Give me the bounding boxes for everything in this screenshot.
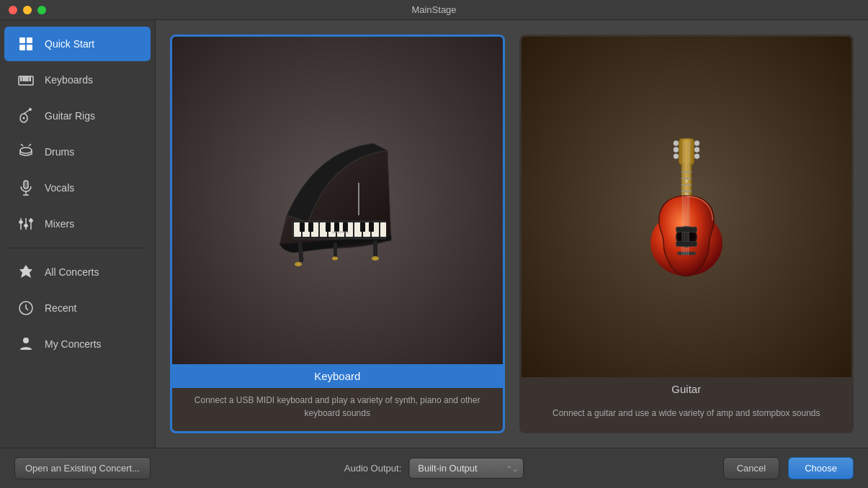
svg-rect-7	[27, 76, 29, 81]
keyboard-card-label: Keyboard	[172, 364, 503, 388]
svg-rect-45	[360, 222, 365, 232]
sidebar: Quick Start Keyboards	[0, 20, 156, 448]
svg-rect-9	[24, 76, 27, 81]
svg-point-69	[685, 179, 688, 182]
sidebar-item-mixers[interactable]: Mixers	[4, 207, 151, 241]
svg-rect-3	[27, 45, 32, 50]
svg-rect-8	[30, 76, 32, 81]
svg-rect-1	[27, 37, 32, 43]
sidebar-item-vocals[interactable]: Vocals	[4, 171, 151, 205]
all-concerts-icon	[16, 262, 36, 282]
my-concerts-icon	[16, 334, 36, 354]
sidebar-label-quick-start: Quick Start	[45, 38, 94, 50]
svg-rect-42	[326, 222, 331, 232]
keyboard-card[interactable]: MAINSTAGE Keyboard Connect a USB MIDI ke…	[170, 35, 505, 433]
keyboards-icon	[16, 70, 36, 90]
maximize-button[interactable]	[37, 6, 46, 14]
svg-point-50	[295, 262, 302, 266]
svg-rect-41	[308, 222, 313, 232]
sidebar-label-all-concerts: All Concerts	[45, 266, 99, 278]
svg-point-57	[674, 147, 679, 152]
sidebar-label-mixers: Mixers	[45, 218, 74, 230]
minimize-button[interactable]	[23, 6, 32, 14]
svg-line-15	[21, 144, 23, 146]
cancel-button[interactable]: Cancel	[723, 457, 779, 479]
content-area: MAINSTAGE Keyboard Connect a USB MIDI ke…	[156, 20, 868, 448]
svg-point-58	[674, 153, 679, 158]
guitar-card-label: Guitar	[522, 377, 852, 401]
titlebar: MainStage	[0, 0, 868, 20]
guitar-rigs-icon	[16, 106, 36, 126]
drums-icon	[16, 142, 36, 162]
cards-grid: MAINSTAGE Keyboard Connect a USB MIDI ke…	[170, 35, 854, 433]
sidebar-divider	[7, 248, 148, 248]
sidebar-item-keyboards[interactable]: Keyboards	[4, 63, 151, 97]
sidebar-item-my-concerts[interactable]: My Concerts	[4, 327, 151, 361]
sidebar-label-guitar-rigs: Guitar Rigs	[45, 110, 95, 122]
svg-rect-2	[19, 45, 25, 50]
svg-point-51	[372, 256, 379, 261]
svg-rect-24	[24, 225, 27, 227]
open-concert-button[interactable]: Open an Existing Concert...	[14, 457, 151, 479]
guitar-card-image	[522, 37, 852, 377]
mixers-icon	[16, 214, 36, 234]
keyboard-card-description: Connect a USB MIDI keyboard and play a v…	[172, 388, 503, 431]
keyboard-card-image: MAINSTAGE	[172, 37, 503, 364]
svg-point-52	[332, 256, 338, 260]
window-title: MainStage	[411, 4, 456, 15]
svg-point-56	[674, 140, 679, 145]
svg-rect-23	[19, 221, 22, 223]
svg-point-27	[23, 338, 29, 343]
sidebar-label-recent: Recent	[45, 302, 76, 314]
svg-rect-46	[369, 222, 374, 232]
window-controls	[9, 6, 46, 14]
footer-right: Cancel Choose	[723, 457, 854, 479]
svg-point-59	[694, 140, 699, 145]
sidebar-item-guitar-rigs[interactable]: Guitar Rigs	[4, 99, 151, 133]
audio-output-select[interactable]: Built-in Output	[408, 458, 524, 479]
audio-output-select-wrapper: Built-in Output	[408, 458, 524, 479]
choose-button[interactable]: Choose	[788, 457, 854, 479]
svg-rect-84	[676, 241, 697, 246]
svg-rect-83	[676, 227, 697, 232]
svg-point-60	[694, 147, 699, 152]
svg-rect-40	[300, 222, 305, 232]
svg-rect-6	[23, 76, 25, 81]
sidebar-item-recent[interactable]: Recent	[4, 291, 151, 325]
sidebar-label-drums: Drums	[45, 146, 74, 158]
svg-point-61	[694, 153, 699, 158]
piano-image: MAINSTAGE	[258, 129, 416, 273]
svg-rect-39	[380, 222, 386, 237]
sidebar-item-quick-start[interactable]: Quick Start	[4, 27, 151, 61]
quick-start-icon	[16, 34, 36, 54]
svg-point-12	[29, 108, 32, 111]
svg-rect-49	[334, 243, 337, 257]
recent-icon	[16, 298, 36, 318]
svg-rect-25	[30, 220, 32, 222]
audio-output-label: Audio Output:	[344, 463, 402, 474]
svg-rect-76	[677, 251, 695, 255]
sidebar-label-keyboards: Keyboards	[45, 74, 93, 86]
footer-left: Open an Existing Concert...	[14, 457, 151, 479]
sidebar-label-vocals: Vocals	[45, 182, 74, 194]
sidebar-label-my-concerts: My Concerts	[45, 338, 102, 350]
svg-rect-55	[679, 138, 694, 164]
sidebar-item-drums[interactable]: Drums	[4, 135, 151, 169]
main-container: Quick Start Keyboards	[0, 20, 868, 448]
footer: Open an Existing Concert... Audio Output…	[0, 448, 868, 488]
svg-line-16	[29, 144, 31, 146]
close-button[interactable]	[9, 6, 17, 14]
vocals-icon	[16, 178, 36, 198]
guitar-card-description: Connect a guitar and use a wide variety …	[538, 401, 835, 431]
svg-text:MAINSTAGE: MAINSTAGE	[333, 230, 350, 234]
guitar-image	[622, 135, 751, 279]
svg-point-13	[23, 117, 25, 119]
audio-output-section: Audio Output: Built-in Output	[344, 458, 524, 479]
svg-rect-48	[373, 240, 377, 258]
sidebar-item-all-concerts[interactable]: All Concerts	[4, 255, 151, 289]
svg-rect-0	[19, 37, 25, 43]
svg-rect-17	[24, 181, 28, 189]
svg-point-14	[20, 148, 32, 153]
svg-rect-5	[20, 76, 22, 81]
guitar-card[interactable]: Guitar Connect a guitar and use a wide v…	[519, 35, 854, 433]
